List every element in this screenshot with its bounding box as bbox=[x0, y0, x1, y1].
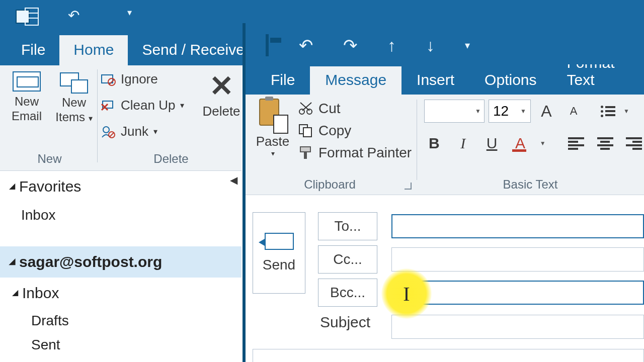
triangle-down-icon: ◢ bbox=[9, 181, 15, 191]
svg-point-14 bbox=[307, 109, 312, 114]
ignore-icon bbox=[101, 73, 116, 86]
compose-tab-file[interactable]: File bbox=[256, 66, 310, 95]
align-center-button[interactable] bbox=[595, 132, 615, 155]
new-items-button[interactable]: New Items ▾ bbox=[51, 71, 97, 125]
tab-file[interactable]: File bbox=[7, 35, 59, 65]
cc-button[interactable]: Cc... bbox=[318, 245, 377, 274]
junk-label: Junk bbox=[121, 124, 148, 139]
group-label-new: New bbox=[3, 152, 96, 166]
group-label-delete: Delete bbox=[101, 152, 242, 166]
ribbon-group-delete: Ignore Clean Up ▾ Junk ▾ ✕ Delete Delet bbox=[101, 68, 242, 168]
new-items-icon bbox=[60, 71, 88, 93]
ribbon-group-basic-text: ▼ 12▼ A A ▼ B I U A ▼ bbox=[424, 100, 644, 155]
bullets-button[interactable] bbox=[596, 100, 619, 123]
compose-ribbon-tabs: File Message Insert Options Format Text bbox=[246, 64, 644, 95]
qat-customize-caret-icon[interactable]: ▾ bbox=[127, 7, 132, 18]
cut-label: Cut bbox=[318, 101, 341, 117]
junk-button[interactable]: Junk ▾ bbox=[101, 124, 157, 139]
folder-nav-pane: ◀ ◢Favorites Inbox ◢sagar@softpost.org ◢… bbox=[0, 171, 242, 357]
underline-button[interactable]: U bbox=[482, 132, 502, 155]
new-items-label: New Items ▾ bbox=[51, 96, 97, 125]
compose-body: Send To... Cc... Bcc... Subject I bbox=[246, 195, 644, 210]
nav-favorites-inbox[interactable]: Inbox bbox=[0, 202, 242, 228]
main-ribbon: New Email New Items ▾ New Ignore Clean U… bbox=[0, 65, 242, 171]
to-field[interactable] bbox=[391, 214, 644, 238]
ignore-button[interactable]: Ignore bbox=[101, 71, 158, 87]
arrow-up-icon[interactable]: ↑ bbox=[387, 36, 396, 55]
paste-button[interactable]: Paste ▾ bbox=[253, 99, 293, 157]
group-separator bbox=[97, 69, 98, 162]
delete-label: Delete bbox=[201, 104, 242, 119]
clipboard-launcher-icon[interactable] bbox=[405, 183, 412, 190]
font-color-button[interactable]: A bbox=[511, 132, 530, 155]
nav-favorites-header[interactable]: ◢Favorites bbox=[0, 171, 242, 202]
send-button[interactable]: Send bbox=[253, 212, 305, 294]
undo-icon[interactable]: ↶ bbox=[68, 7, 79, 24]
to-button[interactable]: To... bbox=[318, 212, 377, 240]
cleanup-icon bbox=[101, 99, 116, 112]
format-painter-button[interactable]: Format Painter bbox=[298, 142, 412, 164]
envelope-icon bbox=[13, 71, 41, 92]
bcc-button[interactable]: Bcc... bbox=[318, 279, 377, 307]
new-email-label: New Email bbox=[4, 95, 49, 124]
cc-field[interactable] bbox=[391, 247, 644, 272]
nav-sent[interactable]: Sent bbox=[0, 333, 242, 357]
ribbon-group-new: New Email New Items ▾ New bbox=[3, 68, 96, 168]
cleanup-label: Clean Up bbox=[121, 98, 175, 113]
grow-font-button[interactable]: A bbox=[535, 100, 558, 123]
align-left-icon bbox=[568, 136, 584, 151]
scissors-icon bbox=[298, 102, 313, 116]
chevron-down-icon: ▾ bbox=[180, 101, 184, 110]
format-painter-label: Format Painter bbox=[318, 145, 412, 161]
message-body-field[interactable] bbox=[253, 349, 644, 362]
paste-label: Paste bbox=[253, 134, 293, 149]
nav-account-inbox[interactable]: ◢Inbox bbox=[0, 278, 242, 309]
font-size-select[interactable]: 12▼ bbox=[489, 100, 531, 123]
ignore-label: Ignore bbox=[121, 71, 158, 87]
delete-button[interactable]: ✕ Delete bbox=[201, 71, 242, 119]
group-label-basic-text: Basic Text bbox=[422, 177, 639, 192]
bold-button[interactable]: B bbox=[424, 132, 444, 155]
svg-line-6 bbox=[109, 79, 114, 84]
cut-button[interactable]: Cut bbox=[298, 98, 412, 120]
undo-icon[interactable]: ↶ bbox=[299, 35, 313, 55]
redo-icon[interactable]: ↷ bbox=[343, 35, 357, 55]
svg-rect-18 bbox=[303, 128, 311, 137]
shrink-font-button[interactable]: A bbox=[562, 100, 585, 123]
chevron-down-icon[interactable]: ▼ bbox=[540, 140, 546, 147]
compose-title-bar: ↶ ↷ ↑ ↓ ▾ bbox=[246, 23, 644, 64]
triangle-down-icon: ◢ bbox=[12, 288, 18, 297]
svg-rect-20 bbox=[304, 152, 307, 159]
font-name-select[interactable]: ▼ bbox=[424, 100, 485, 123]
compose-tab-options[interactable]: Options bbox=[469, 66, 551, 95]
chevron-down-icon[interactable]: ▼ bbox=[623, 108, 629, 115]
italic-button[interactable]: I bbox=[453, 132, 472, 155]
align-right-button[interactable] bbox=[624, 132, 644, 155]
tab-send-receive[interactable]: Send / Receive bbox=[128, 35, 258, 65]
copy-button[interactable]: Copy bbox=[298, 120, 412, 142]
bcc-field[interactable] bbox=[391, 281, 644, 305]
align-right-icon bbox=[626, 136, 642, 151]
nav-account-label: sagar@softpost.org bbox=[19, 253, 162, 270]
compose-ribbon: Paste ▾ Cut Copy Format Painter bbox=[246, 95, 644, 195]
cleanup-button[interactable]: Clean Up ▾ bbox=[101, 98, 184, 113]
paintbrush-icon bbox=[298, 146, 313, 160]
chevron-down-icon: ▾ bbox=[153, 127, 157, 136]
qat-customize-caret-icon[interactable]: ▾ bbox=[465, 39, 470, 51]
save-icon[interactable] bbox=[266, 36, 269, 55]
compose-tab-message[interactable]: Message bbox=[310, 66, 401, 95]
font-color-icon: A bbox=[515, 136, 525, 151]
arrow-down-icon[interactable]: ↓ bbox=[426, 36, 435, 55]
chevron-down-icon: ▼ bbox=[520, 108, 526, 115]
compose-tab-insert[interactable]: Insert bbox=[401, 66, 469, 95]
tab-home[interactable]: Home bbox=[59, 35, 128, 65]
subject-field[interactable] bbox=[391, 315, 644, 339]
align-left-button[interactable] bbox=[567, 132, 586, 155]
new-email-button[interactable]: New Email bbox=[4, 71, 49, 124]
collapse-nav-icon[interactable]: ◀ bbox=[230, 174, 237, 186]
nav-drafts[interactable]: Drafts bbox=[0, 309, 242, 333]
send-envelope-icon bbox=[265, 233, 294, 250]
copy-icon bbox=[298, 124, 313, 138]
chevron-down-icon: ▾ bbox=[253, 149, 293, 157]
nav-account-header[interactable]: ◢sagar@softpost.org bbox=[0, 246, 242, 278]
